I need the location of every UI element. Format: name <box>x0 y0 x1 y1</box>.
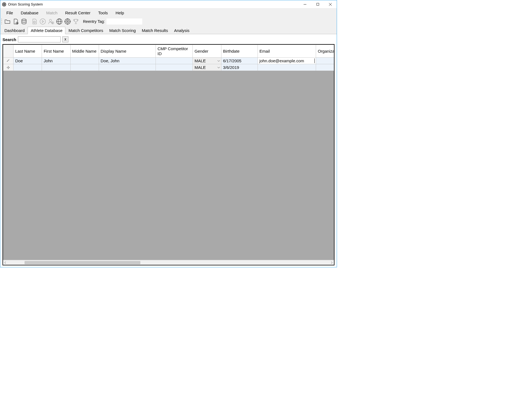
minimize-button[interactable] <box>299 0 311 9</box>
menu-database[interactable]: Database <box>17 9 42 16</box>
app-icon <box>2 2 6 7</box>
cell-first-name[interactable]: John <box>42 58 70 64</box>
search-label: Search <box>2 37 16 42</box>
cell-last-name[interactable]: Doe <box>14 58 42 64</box>
scroll-track[interactable] <box>8 261 329 265</box>
reentry-tag-label: Reentry Tag: <box>83 19 105 24</box>
table-row-new[interactable]: MALE 3/6/2019 <box>3 64 334 71</box>
settings-file-button[interactable] <box>31 18 38 25</box>
svg-point-2 <box>4 4 5 5</box>
cell-organization[interactable] <box>316 64 334 71</box>
maximize-button[interactable] <box>311 0 324 9</box>
cell-cmp-id[interactable] <box>156 58 193 64</box>
target-button[interactable] <box>64 18 71 25</box>
col-display-name[interactable]: Display Name <box>99 45 156 58</box>
play-button[interactable] <box>39 18 47 25</box>
add-user-button[interactable] <box>47 18 55 25</box>
chevron-down-icon[interactable] <box>217 66 221 69</box>
scroll-thumb[interactable] <box>25 261 140 264</box>
svg-point-31 <box>8 68 9 69</box>
cell-birthdate[interactable]: 6/17/2005 <box>221 58 258 64</box>
row-indicator-editing[interactable] <box>3 58 14 64</box>
toolbar: Reentry Tag: <box>0 17 337 26</box>
globe-button[interactable] <box>55 18 63 25</box>
row-indicator-new[interactable] <box>3 64 14 71</box>
svg-point-22 <box>67 21 68 22</box>
horizontal-scrollbar[interactable] <box>3 260 334 265</box>
col-gender[interactable]: Gender <box>193 45 221 58</box>
menu-match[interactable]: Match <box>42 9 61 16</box>
tab-dashboard[interactable]: Dashboard <box>1 27 28 34</box>
app-window: Orion Scoring System File Database Match… <box>0 0 337 267</box>
cell-last-name[interactable] <box>14 64 42 71</box>
cell-email[interactable] <box>258 64 316 71</box>
menu-result-center[interactable]: Result Center <box>61 9 94 16</box>
cell-middle-name[interactable] <box>70 64 99 71</box>
tab-analysis[interactable]: Analysis <box>171 27 192 34</box>
email-value: john.doe@example.com <box>259 58 304 63</box>
svg-point-30 <box>8 66 9 67</box>
menubar: File Database Match Result Center Tools … <box>0 9 337 17</box>
svg-point-32 <box>7 67 7 68</box>
table-row[interactable]: Doe John Doe, John MALE 6/17/ <box>3 58 334 64</box>
col-birthdate[interactable]: Birthdate <box>221 45 258 58</box>
tab-match-competitors[interactable]: Match Competitors <box>65 27 106 34</box>
grid-viewport[interactable]: Last Name First Name Middle Name Display… <box>3 45 334 260</box>
clear-search-button[interactable]: x <box>62 36 68 42</box>
svg-point-33 <box>9 67 10 68</box>
svg-point-11 <box>34 21 35 23</box>
search-row: Search x <box>0 34 337 44</box>
cell-first-name[interactable] <box>42 64 70 71</box>
cell-display-name[interactable] <box>99 64 156 71</box>
svg-point-10 <box>22 19 26 21</box>
cell-organization[interactable] <box>316 58 334 64</box>
cell-birthdate[interactable]: 3/6/2019 <box>221 64 258 71</box>
titlebar: Orion Scoring System <box>0 0 337 9</box>
col-organization[interactable]: Organiza <box>316 45 334 58</box>
col-middle-name[interactable]: Middle Name <box>70 45 99 58</box>
trophy-button[interactable] <box>72 18 80 25</box>
database-button[interactable] <box>20 18 28 25</box>
gender-value: MALE <box>194 65 206 70</box>
svg-point-29 <box>8 67 9 68</box>
svg-rect-4 <box>317 3 319 5</box>
window-title: Orion Scoring System <box>8 2 43 6</box>
svg-point-13 <box>49 19 52 21</box>
reentry-tag-input[interactable] <box>106 18 142 25</box>
text-caret <box>314 58 315 63</box>
menu-help[interactable]: Help <box>112 9 128 16</box>
tab-athlete-database[interactable]: Athlete Database <box>28 27 65 34</box>
cell-cmp-id[interactable] <box>156 64 193 71</box>
scroll-left-button[interactable] <box>3 260 8 265</box>
tab-content: Search x <box>0 34 337 267</box>
cell-gender[interactable]: MALE <box>193 58 221 64</box>
scroll-right-button[interactable] <box>329 260 334 265</box>
col-cmp-id[interactable]: CMP Competitor ID <box>156 45 193 58</box>
col-last-name[interactable]: Last Name <box>14 45 42 58</box>
toolbar-grip <box>1 18 2 25</box>
grid-header-row: Last Name First Name Middle Name Display… <box>3 45 334 58</box>
cell-middle-name[interactable] <box>70 58 99 64</box>
open-folder-button[interactable] <box>4 18 11 25</box>
cell-gender[interactable]: MALE <box>193 64 221 71</box>
svg-point-20 <box>65 19 70 24</box>
cell-email[interactable]: john.doe@example.com <box>258 58 316 64</box>
gender-value: MALE <box>194 58 206 63</box>
search-input[interactable] <box>18 36 61 42</box>
tabstrip: Dashboard Athlete Database Match Competi… <box>0 26 337 34</box>
menu-file[interactable]: File <box>2 9 17 16</box>
chevron-down-icon[interactable] <box>217 59 221 63</box>
new-file-button[interactable] <box>12 18 20 25</box>
cell-display-name[interactable]: Doe, John <box>99 58 156 64</box>
menu-tools[interactable]: Tools <box>94 9 112 16</box>
tab-match-scoring[interactable]: Match Scoring <box>106 27 139 34</box>
close-button[interactable] <box>324 0 337 9</box>
svg-point-21 <box>66 20 69 23</box>
col-first-name[interactable]: First Name <box>42 45 70 58</box>
row-selector-header[interactable] <box>3 45 14 58</box>
col-email[interactable]: Email <box>258 45 316 58</box>
tab-match-results[interactable]: Match Results <box>139 27 171 34</box>
svg-point-12 <box>40 19 45 24</box>
athlete-grid: Last Name First Name Middle Name Display… <box>2 44 334 265</box>
